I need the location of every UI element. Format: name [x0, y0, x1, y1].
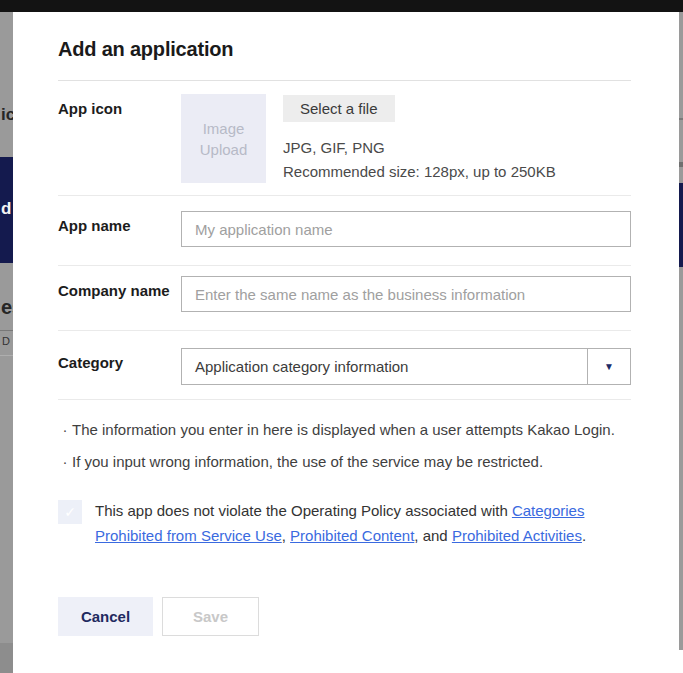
- policy-statement: This app does not violate the Operating …: [95, 498, 627, 548]
- cancel-button[interactable]: Cancel: [58, 597, 153, 636]
- app-icon-label: App icon: [58, 94, 181, 121]
- app-name-label: App name: [58, 211, 181, 238]
- allowed-formats-text: JPG, GIF, PNG: [283, 139, 556, 156]
- recommended-size-text: Recommended size: 128px, up to 250KB: [283, 163, 556, 180]
- note-text: If you input wrong information, the use …: [72, 451, 631, 472]
- note-item: · If you input wrong information, the us…: [58, 451, 631, 472]
- navy-hero-band: [679, 183, 683, 267]
- modal-actions: Cancel Save: [58, 597, 631, 636]
- notes-list: · The information you enter in here is d…: [58, 400, 631, 472]
- image-upload-dropzone[interactable]: Image Upload: [181, 94, 266, 183]
- form-row-app-name: App name: [58, 196, 631, 266]
- category-select[interactable]: Application category information ▼: [181, 348, 631, 385]
- policy-text-part: This app does not violate the Operating …: [95, 502, 512, 519]
- note-item: · The information you enter in here is d…: [58, 419, 631, 440]
- navy-hero-band: d: [0, 157, 13, 263]
- background-footer-area: [0, 643, 13, 673]
- divider: [679, 118, 683, 120]
- link-prohibited-content[interactable]: Prohibited Content: [290, 527, 414, 544]
- select-file-button[interactable]: Select a file: [283, 95, 395, 122]
- category-selected-value: Application category information: [182, 349, 587, 384]
- note-text: The information you enter in here is dis…: [72, 419, 631, 440]
- background-page-left-edge: ic d es D: [0, 12, 13, 673]
- bullet-dot: ·: [58, 419, 72, 440]
- link-prohibited-activities[interactable]: Prohibited Activities: [452, 527, 582, 544]
- image-upload-placeholder: Image Upload: [181, 118, 266, 160]
- policy-checkbox[interactable]: ✓: [58, 500, 82, 524]
- clipped-text-fragment: d: [1, 199, 11, 219]
- bullet-dot: ·: [58, 451, 72, 472]
- form-row-company-name: Company name: [58, 266, 631, 331]
- category-label: Category: [58, 348, 181, 375]
- company-name-input[interactable]: [181, 276, 631, 312]
- modal-title: Add an application: [58, 38, 631, 61]
- background-page-right-edge: [679, 12, 683, 673]
- chevron-down-icon: ▼: [604, 362, 614, 372]
- company-name-label: Company name: [58, 276, 181, 303]
- clipped-text-fragment: D: [2, 335, 10, 347]
- form-row-app-icon: App icon Image Upload Select a file JPG,…: [58, 81, 631, 196]
- background-footer-area: [679, 650, 683, 673]
- divider: [0, 355, 13, 356]
- save-button[interactable]: Save: [162, 597, 259, 636]
- form-row-category: Category Application category informatio…: [58, 331, 631, 399]
- divider: [0, 330, 13, 331]
- divider: [679, 162, 683, 167]
- policy-text-part: .: [582, 527, 586, 544]
- policy-text-part: ,: [282, 527, 290, 544]
- check-icon: ✓: [64, 504, 76, 520]
- page-top-bar: [0, 0, 683, 12]
- policy-text-part: , and: [414, 527, 452, 544]
- add-application-modal: Add an application App icon Image Upload…: [13, 12, 679, 673]
- clipped-text-fragment: ic: [1, 105, 13, 125]
- app-name-input[interactable]: [181, 211, 631, 247]
- clipped-text-fragment: es: [1, 296, 13, 319]
- category-select-arrow-button[interactable]: ▼: [587, 349, 630, 384]
- policy-agreement-row: ✓ This app does not violate the Operatin…: [58, 498, 631, 548]
